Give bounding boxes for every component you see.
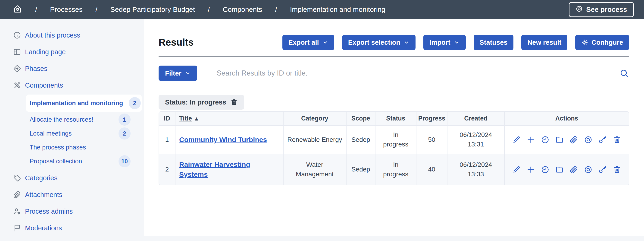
sort-by-title-link[interactable]: Title [179, 115, 192, 122]
breadcrumb: / Processes / Sedep Participatory Budget… [13, 4, 386, 15]
result-status: In progress [375, 125, 416, 154]
sidebar-item-label: Components [25, 82, 63, 89]
result-title-link[interactable]: Community Wind Turbines [179, 136, 267, 143]
delete-action-button[interactable] [612, 135, 621, 144]
import-label: Import [430, 39, 450, 46]
sidebar-subitem-local-meetings[interactable]: Local meetings 2 [0, 127, 144, 140]
sidebar-subitem-label: Allocate the resources! [30, 116, 93, 123]
import-button[interactable]: Import [424, 35, 466, 50]
attachments-action-button[interactable] [570, 135, 578, 144]
page-bottom-strip [0, 236, 644, 241]
breadcrumb-item-current[interactable]: Implementation and monitoring [290, 6, 386, 14]
sidebar-subitem-label: Implementation and monitoring [30, 100, 123, 107]
breadcrumb-item-process[interactable]: Sedep Participatory Budget [110, 6, 195, 14]
result-progress: 50 [416, 125, 447, 154]
search-input[interactable] [217, 69, 614, 77]
breadcrumb-separator: / [275, 6, 277, 14]
sidebar-subitem-label: Proposal collection [30, 158, 82, 165]
sidebar-item-categories[interactable]: Categories [0, 170, 144, 186]
clock-icon [541, 135, 550, 144]
sidebar: About this process Landing page Phases [0, 19, 144, 236]
sort-ascending-icon: ▲ [194, 115, 199, 122]
filter-button[interactable]: Filter [158, 66, 197, 81]
applied-filter-chip: Status: In progress [158, 95, 244, 110]
configure-button[interactable]: Configure [575, 35, 629, 50]
page: / Processes / Sedep Participatory Budget… [0, 0, 644, 241]
permissions-action-button[interactable] [598, 135, 607, 144]
result-status: In progress [375, 154, 416, 185]
new-result-button[interactable]: New result [521, 35, 568, 50]
sidebar-item-landing-page[interactable]: Landing page [0, 44, 144, 60]
result-category: Renewable Energy [283, 125, 346, 154]
sidebar-subitem-allocate-the-resources[interactable]: Allocate the resources! 1 [0, 113, 144, 127]
breadcrumb-item-components[interactable]: Components [223, 6, 262, 14]
topbar: / Processes / Sedep Participatory Budget… [0, 0, 644, 19]
configure-label: Configure [592, 39, 623, 46]
add-action-button[interactable] [526, 165, 535, 174]
tag-icon [13, 174, 21, 182]
key-icon [598, 165, 607, 174]
sidebar-item-components[interactable]: Components [0, 77, 144, 94]
count-badge: 1 [118, 114, 130, 126]
tools-icon [13, 81, 21, 89]
main-content: Results Export all Export selection Impo… [144, 19, 644, 236]
permissions-action-button[interactable] [598, 165, 607, 174]
sidebar-subitem-proposal-collection[interactable]: Proposal collection 10 [0, 154, 144, 168]
plus-icon [526, 135, 535, 144]
export-selection-label: Export selection [348, 39, 400, 46]
results-table: ID Title▲ Category Scope Status Progress… [158, 111, 629, 185]
trash-icon [612, 165, 621, 174]
result-id: 2 [159, 154, 175, 185]
attachments-action-button[interactable] [570, 165, 578, 174]
delete-action-button[interactable] [612, 165, 621, 174]
see-process-label: See process [586, 6, 627, 14]
chevron-down-icon [322, 39, 328, 45]
sidebar-item-label: Phases [25, 65, 48, 73]
sidebar-item-label: About this process [25, 32, 80, 39]
toolbar: Export all Export selection Import Statu… [282, 35, 630, 50]
preview-icon [584, 135, 592, 144]
breadcrumb-separator: / [35, 6, 37, 14]
statuses-button[interactable]: Statuses [474, 35, 514, 50]
folder-action-button[interactable] [555, 165, 564, 174]
preview-action-button[interactable] [584, 165, 592, 174]
remove-filter-button[interactable] [230, 99, 238, 106]
export-all-button[interactable]: Export all [282, 35, 334, 50]
count-badge: 2 [118, 127, 130, 139]
sidebar-item-attachments[interactable]: Attachments [0, 186, 144, 203]
sidebar-item-process-admins[interactable]: Process admins [0, 203, 144, 220]
clock-icon [541, 165, 550, 174]
filter-label: Filter [165, 70, 182, 77]
see-process-button[interactable]: See process [569, 2, 634, 17]
preview-action-button[interactable] [584, 135, 592, 144]
edit-action-button[interactable] [512, 135, 521, 144]
gear-icon [581, 39, 588, 46]
sidebar-subitem-the-process-phases[interactable]: The process phases [0, 140, 144, 154]
search-icon[interactable] [619, 68, 629, 78]
result-title-cell: Community Wind Turbines [175, 125, 283, 154]
sidebar-item-moderations[interactable]: Moderations [0, 220, 144, 236]
export-selection-button[interactable]: Export selection [342, 35, 416, 50]
sidebar-item-label: Process admins [25, 208, 73, 215]
paperclip-icon [13, 190, 21, 199]
history-action-button[interactable] [541, 135, 550, 144]
sidebar-item-about[interactable]: About this process [0, 27, 144, 44]
paperclip-icon [570, 135, 578, 144]
trash-icon [230, 99, 238, 106]
components-subnav: Implementation and monitoring 2 Allocate… [0, 95, 144, 168]
sidebar-subitem-implementation-and-monitoring[interactable]: Implementation and monitoring 2 [26, 95, 142, 112]
add-action-button[interactable] [526, 135, 535, 144]
breadcrumb-home-link[interactable] [13, 4, 22, 15]
sidebar-item-phases[interactable]: Phases [0, 60, 144, 77]
folder-action-button[interactable] [555, 135, 564, 144]
user-gear-icon [13, 207, 21, 215]
history-action-button[interactable] [541, 165, 550, 174]
sidebar-item-label: Moderations [25, 224, 62, 232]
count-badge: 10 [118, 155, 130, 167]
result-title-link[interactable]: Rainwater Harvesting Systems [179, 161, 250, 178]
result-progress: 40 [416, 154, 447, 185]
column-header-title: Title▲ [175, 112, 283, 125]
breadcrumb-item-processes[interactable]: Processes [50, 6, 82, 14]
edit-action-button[interactable] [512, 165, 521, 174]
sidebar-item-label: Categories [25, 174, 58, 182]
